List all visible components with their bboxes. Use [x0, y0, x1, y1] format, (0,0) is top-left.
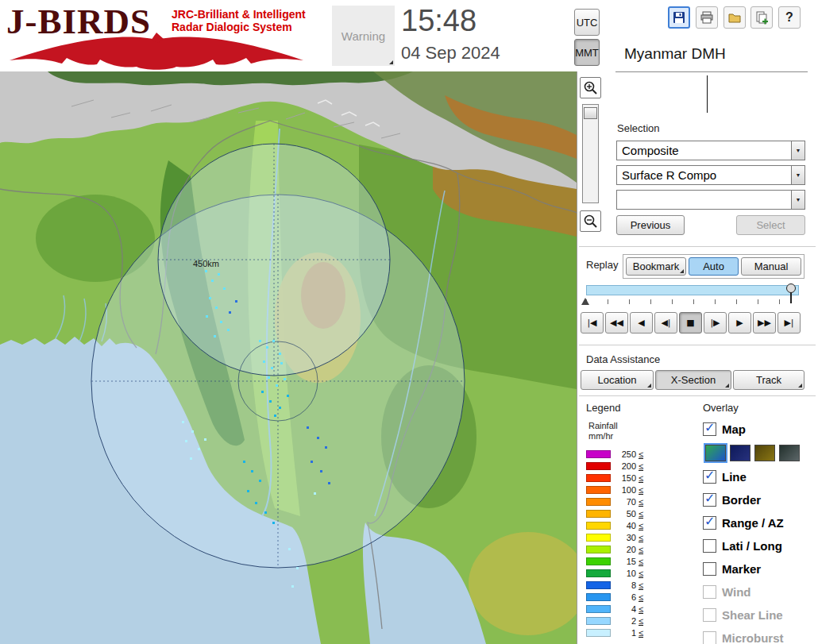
- checkbox[interactable]: ✓: [703, 422, 716, 436]
- timezone-mmt-button[interactable]: MMT: [574, 39, 600, 66]
- help-button[interactable]: ?: [778, 6, 801, 29]
- legend-row: 6≤: [586, 591, 643, 603]
- legend-leq-symbol: ≤: [639, 604, 643, 614]
- station-name: Myanmar DMH: [624, 45, 726, 63]
- legend-color-swatch: [586, 546, 611, 553]
- dropdown-value: Surface R Compo: [617, 168, 791, 182]
- warning-button[interactable]: Warning: [332, 6, 395, 66]
- map-style-navy-swatch[interactable]: [730, 445, 750, 461]
- previous-button-label: Previous: [631, 219, 671, 231]
- legend-color-swatch: [586, 617, 611, 625]
- app-logo-subtitle: JRC-Brilliant & Intelligent Radar Dialog…: [172, 8, 306, 33]
- legend-color-swatch: [586, 462, 611, 470]
- new-window-icon: [755, 11, 769, 25]
- legend-row: 70≤: [586, 496, 643, 507]
- select-button[interactable]: Select: [736, 215, 805, 235]
- playback-fast-rewind-button[interactable]: ◀◀: [605, 312, 628, 334]
- radar-map-view[interactable]: 450km: [0, 71, 577, 644]
- previous-button[interactable]: Previous: [616, 215, 685, 235]
- playback-prev-frame-button[interactable]: ◀|: [654, 312, 677, 334]
- playback-fast-forward-button[interactable]: ▶▶: [753, 312, 776, 334]
- legend-value: 4: [612, 604, 636, 614]
- jbirds-application: J-BIRDS JRC-Brilliant & Intelligent Rada…: [0, 0, 818, 644]
- map-style-olive-swatch[interactable]: [754, 445, 775, 461]
- legend-value: 150: [612, 473, 636, 483]
- legend-row: 250≤: [586, 448, 643, 460]
- legend-value: 50: [612, 509, 636, 519]
- legend-value: 15: [612, 557, 636, 566]
- map-style-dark-swatch[interactable]: [779, 445, 800, 461]
- legend-color-swatch: [586, 581, 611, 589]
- checkbox[interactable]: ✓: [703, 470, 716, 484]
- overlay-item-marker[interactable]: Marker: [703, 557, 816, 580]
- composite-dropdown[interactable]: Composite ▼: [616, 141, 805, 160]
- print-icon: [700, 11, 713, 24]
- legend-color-swatch: [586, 450, 611, 458]
- map-style-terrain-swatch[interactable]: [705, 445, 726, 461]
- legend-value: 30: [612, 533, 636, 542]
- timeline-start-marker: [581, 298, 589, 305]
- chevron-down-icon[interactable]: ▼: [791, 166, 804, 184]
- zoom-in-button[interactable]: [580, 77, 601, 98]
- checkbox[interactable]: [703, 539, 716, 553]
- dropdown-value: Composite: [617, 144, 791, 157]
- overlay-item-label: Marker: [722, 562, 761, 576]
- bookmark-button[interactable]: Bookmark: [626, 257, 686, 276]
- legend-value: 250: [612, 449, 636, 459]
- logo-subtitle-line1: JRC-Brilliant & Intelligent: [172, 8, 306, 21]
- playback-skip-start-button[interactable]: |◀: [581, 312, 604, 334]
- zoom-slider[interactable]: [582, 104, 599, 203]
- chevron-down-icon[interactable]: ▼: [791, 191, 804, 209]
- timezone-utc-button[interactable]: UTC: [574, 9, 600, 36]
- overlay-item-border[interactable]: ✓Border: [703, 488, 816, 511]
- legend-value: 6: [612, 592, 636, 602]
- open-file-button[interactable]: [723, 6, 746, 29]
- zoom-slider-thumb[interactable]: [584, 107, 597, 119]
- overlay-item-range-az[interactable]: ✓Range / AZ: [703, 511, 816, 534]
- playback-skip-end-button[interactable]: ▶|: [777, 312, 801, 334]
- location-button[interactable]: Location: [581, 370, 654, 390]
- overlay-item-label: Border: [722, 493, 761, 507]
- track-button-label: Track: [756, 374, 781, 386]
- timeline-handle[interactable]: [785, 283, 797, 303]
- legend-unit-line2: mm/hr: [588, 431, 618, 442]
- eagle-logo-icon: [3, 32, 313, 70]
- zoom-out-button[interactable]: [580, 210, 601, 232]
- chevron-down-icon[interactable]: ▼: [791, 141, 804, 160]
- mmt-button-label: MMT: [575, 47, 599, 59]
- legend-leq-symbol: ≤: [639, 545, 643, 554]
- xsection-button-label: X-Section: [671, 374, 716, 386]
- legend-row: 100≤: [586, 484, 643, 496]
- new-window-button[interactable]: [750, 6, 773, 29]
- overlay-item-line[interactable]: ✓Line: [703, 465, 816, 488]
- overlay-item-map[interactable]: ✓Map: [703, 418, 816, 441]
- legend-leq-symbol: ≤: [639, 533, 643, 542]
- bookmark-button-label: Bookmark: [633, 260, 680, 272]
- manual-button[interactable]: Manual: [741, 257, 801, 276]
- legend-row: 30≤: [586, 531, 643, 543]
- legend-leq-symbol: ≤: [639, 509, 643, 519]
- option-dropdown[interactable]: ▼: [616, 190, 805, 210]
- product-dropdown[interactable]: Surface R Compo ▼: [616, 165, 805, 185]
- legend-row: 2≤: [586, 615, 643, 627]
- checkbox[interactable]: [703, 562, 716, 576]
- overlay-item-lati-long[interactable]: Lati / Long: [703, 534, 816, 557]
- playback-next-frame-button[interactable]: |▶: [704, 312, 727, 334]
- separator: [579, 395, 816, 396]
- replay-label: Replay: [586, 259, 618, 271]
- checkbox[interactable]: ✓: [703, 493, 716, 507]
- legend-title: Legend: [586, 402, 620, 414]
- replay-timeline-track[interactable]: [586, 285, 799, 295]
- legend-leq-symbol: ≤: [639, 485, 643, 495]
- print-button[interactable]: [696, 6, 718, 29]
- track-button[interactable]: Track: [733, 370, 804, 390]
- playback-play-button[interactable]: ▶: [728, 312, 751, 334]
- playback-stop-button[interactable]: ■: [679, 312, 702, 334]
- auto-button[interactable]: Auto: [689, 257, 739, 276]
- save-button[interactable]: [668, 6, 690, 29]
- playback-step-back-button[interactable]: ◀: [630, 312, 653, 334]
- header-bar: J-BIRDS JRC-Brilliant & Intelligent Rada…: [0, 0, 818, 71]
- checkbox[interactable]: ✓: [703, 516, 716, 530]
- data-assistance-label: Data Assistance: [586, 353, 660, 365]
- xsection-button[interactable]: X-Section: [655, 370, 731, 390]
